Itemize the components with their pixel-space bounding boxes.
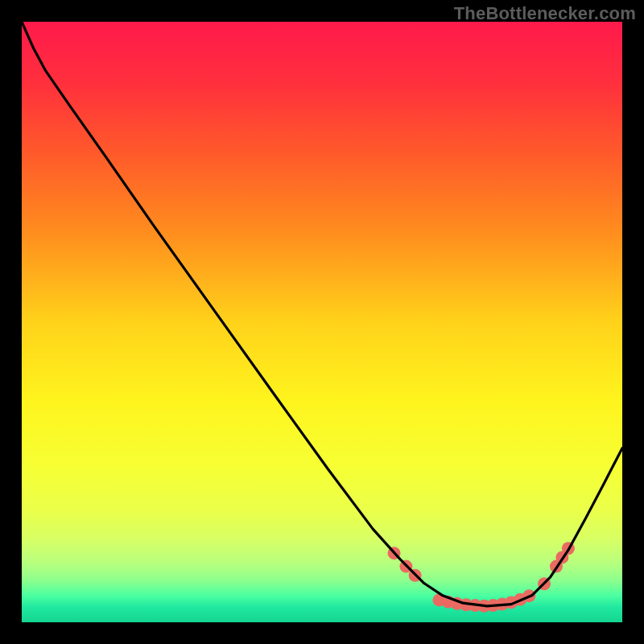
- plot-svg: [22, 22, 622, 622]
- watermark-text: TheBottlenecker.com: [454, 3, 636, 24]
- chart-stage: TheBottlenecker.com: [0, 0, 644, 644]
- plot-area: [22, 22, 622, 622]
- gradient-background: [22, 22, 622, 622]
